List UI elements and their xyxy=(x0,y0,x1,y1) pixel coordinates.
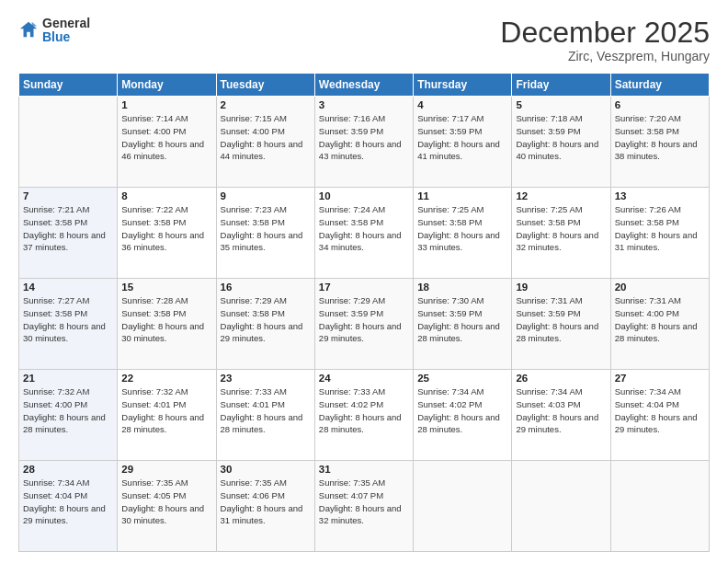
cell-day-number: 13 xyxy=(615,190,705,201)
calendar-week-3: 14Sunrise: 7:27 AMSunset: 3:58 PMDayligh… xyxy=(19,279,710,370)
sunrise-text: Sunrise: 7:21 AM xyxy=(23,204,89,214)
daylight-text: Daylight: 8 hours and 30 minutes. xyxy=(121,503,204,526)
sunrise-text: Sunrise: 7:23 AM xyxy=(221,204,287,214)
cell-day-number: 7 xyxy=(23,190,113,201)
calendar-cell: 21Sunrise: 7:32 AMSunset: 4:00 PMDayligh… xyxy=(19,370,118,461)
calendar-cell: 8Sunrise: 7:22 AMSunset: 3:58 PMDaylight… xyxy=(118,188,216,279)
sunrise-text: Sunrise: 7:31 AM xyxy=(516,295,582,305)
sunset-text: Sunset: 3:59 PM xyxy=(516,126,580,136)
cell-day-number: 28 xyxy=(23,464,113,475)
calendar-cell: 4Sunrise: 7:17 AMSunset: 3:59 PMDaylight… xyxy=(414,97,512,188)
cell-day-number: 12 xyxy=(516,190,606,201)
cell-info: Sunrise: 7:21 AMSunset: 3:58 PMDaylight:… xyxy=(23,203,113,254)
calendar-cell: 14Sunrise: 7:27 AMSunset: 3:58 PMDayligh… xyxy=(19,279,118,370)
cell-day-number: 2 xyxy=(221,99,311,110)
sunrise-text: Sunrise: 7:22 AM xyxy=(121,204,188,214)
calendar-cell: 27Sunrise: 7:34 AMSunset: 4:04 PMDayligh… xyxy=(610,370,709,461)
cell-info: Sunrise: 7:15 AMSunset: 4:00 PMDaylight:… xyxy=(221,112,311,163)
calendar-cell: 18Sunrise: 7:30 AMSunset: 3:59 PMDayligh… xyxy=(414,279,512,370)
sunset-text: Sunset: 4:01 PM xyxy=(221,399,285,409)
weekday-thursday: Thursday xyxy=(414,74,512,97)
calendar-cell xyxy=(19,97,118,188)
sunrise-text: Sunrise: 7:17 AM xyxy=(417,113,483,123)
calendar-cell: 19Sunrise: 7:31 AMSunset: 3:59 PMDayligh… xyxy=(512,279,610,370)
calendar-page: General Blue December 2025 Zirc, Veszpre… xyxy=(0,0,728,563)
calendar-cell: 12Sunrise: 7:25 AMSunset: 3:58 PMDayligh… xyxy=(512,188,610,279)
cell-info: Sunrise: 7:27 AMSunset: 3:58 PMDaylight:… xyxy=(23,294,113,345)
cell-day-number: 11 xyxy=(417,190,507,201)
cell-day-number: 9 xyxy=(221,190,311,201)
calendar-week-1: 1Sunrise: 7:14 AMSunset: 4:00 PMDaylight… xyxy=(19,97,710,188)
cell-day-number: 3 xyxy=(319,99,409,110)
sunrise-text: Sunrise: 7:25 AM xyxy=(417,204,483,214)
calendar-cell: 13Sunrise: 7:26 AMSunset: 3:58 PMDayligh… xyxy=(610,188,709,279)
daylight-text: Daylight: 8 hours and 29 minutes. xyxy=(319,321,402,344)
cell-info: Sunrise: 7:14 AMSunset: 4:00 PMDaylight:… xyxy=(121,112,211,163)
calendar-cell: 23Sunrise: 7:33 AMSunset: 4:01 PMDayligh… xyxy=(216,370,314,461)
daylight-text: Daylight: 8 hours and 33 minutes. xyxy=(417,230,500,253)
calendar-cell: 17Sunrise: 7:29 AMSunset: 3:59 PMDayligh… xyxy=(314,279,413,370)
weekday-wednesday: Wednesday xyxy=(314,74,413,97)
cell-info: Sunrise: 7:34 AMSunset: 4:03 PMDaylight:… xyxy=(516,385,606,436)
cell-info: Sunrise: 7:20 AMSunset: 3:58 PMDaylight:… xyxy=(615,112,705,163)
sunrise-text: Sunrise: 7:20 AM xyxy=(615,113,681,123)
sunset-text: Sunset: 4:02 PM xyxy=(417,399,482,409)
sunset-text: Sunset: 3:58 PM xyxy=(23,308,87,318)
sunset-text: Sunset: 3:59 PM xyxy=(319,308,383,318)
cell-day-number: 25 xyxy=(417,373,507,384)
cell-day-number: 23 xyxy=(221,373,311,384)
logo-blue: Blue xyxy=(42,29,70,44)
sunset-text: Sunset: 3:58 PM xyxy=(23,217,87,227)
daylight-text: Daylight: 8 hours and 29 minutes. xyxy=(615,412,698,435)
sunrise-text: Sunrise: 7:32 AM xyxy=(121,386,188,396)
sunset-text: Sunset: 3:58 PM xyxy=(417,217,482,227)
sunrise-text: Sunrise: 7:16 AM xyxy=(319,113,385,123)
calendar-cell: 15Sunrise: 7:28 AMSunset: 3:58 PMDayligh… xyxy=(118,279,216,370)
weekday-friday: Friday xyxy=(512,74,610,97)
location: Zirc, Veszprem, Hungary xyxy=(500,49,710,63)
sunset-text: Sunset: 4:00 PM xyxy=(23,399,87,409)
cell-info: Sunrise: 7:28 AMSunset: 3:58 PMDaylight:… xyxy=(121,294,211,345)
weekday-sunday: Sunday xyxy=(19,74,118,97)
title-block: December 2025 Zirc, Veszprem, Hungary xyxy=(500,17,710,63)
daylight-text: Daylight: 8 hours and 44 minutes. xyxy=(221,139,303,162)
sunset-text: Sunset: 3:59 PM xyxy=(516,308,580,318)
sunset-text: Sunset: 4:07 PM xyxy=(319,490,383,500)
month-year: December 2025 xyxy=(500,17,710,49)
calendar-cell xyxy=(610,461,709,552)
sunset-text: Sunset: 4:06 PM xyxy=(221,490,285,500)
cell-info: Sunrise: 7:31 AMSunset: 4:00 PMDaylight:… xyxy=(615,294,705,345)
weekday-header-row: SundayMondayTuesdayWednesdayThursdayFrid… xyxy=(19,74,710,97)
calendar-cell: 5Sunrise: 7:18 AMSunset: 3:59 PMDaylight… xyxy=(512,97,610,188)
cell-info: Sunrise: 7:33 AMSunset: 4:02 PMDaylight:… xyxy=(319,385,409,436)
daylight-text: Daylight: 8 hours and 31 minutes. xyxy=(615,230,698,253)
sunrise-text: Sunrise: 7:33 AM xyxy=(319,386,385,396)
sunset-text: Sunset: 4:04 PM xyxy=(23,490,87,500)
cell-info: Sunrise: 7:24 AMSunset: 3:58 PMDaylight:… xyxy=(319,203,409,254)
sunrise-text: Sunrise: 7:29 AM xyxy=(221,295,287,305)
cell-day-number: 30 xyxy=(221,464,311,475)
cell-info: Sunrise: 7:25 AMSunset: 3:58 PMDaylight:… xyxy=(516,203,606,254)
cell-info: Sunrise: 7:33 AMSunset: 4:01 PMDaylight:… xyxy=(221,385,311,436)
cell-day-number: 15 xyxy=(121,282,211,293)
daylight-text: Daylight: 8 hours and 40 minutes. xyxy=(516,139,598,162)
sunset-text: Sunset: 4:05 PM xyxy=(121,490,186,500)
sunset-text: Sunset: 3:58 PM xyxy=(121,217,186,227)
cell-info: Sunrise: 7:26 AMSunset: 3:58 PMDaylight:… xyxy=(615,203,705,254)
sunrise-text: Sunrise: 7:35 AM xyxy=(121,477,188,488)
sunset-text: Sunset: 4:03 PM xyxy=(516,399,580,409)
sunrise-text: Sunrise: 7:35 AM xyxy=(221,477,287,488)
calendar-cell: 25Sunrise: 7:34 AMSunset: 4:02 PMDayligh… xyxy=(414,370,512,461)
daylight-text: Daylight: 8 hours and 28 minutes. xyxy=(615,321,698,344)
cell-day-number: 5 xyxy=(516,99,606,110)
sunrise-text: Sunrise: 7:35 AM xyxy=(319,477,385,488)
daylight-text: Daylight: 8 hours and 29 minutes. xyxy=(221,321,303,344)
calendar-cell: 30Sunrise: 7:35 AMSunset: 4:06 PMDayligh… xyxy=(216,461,314,552)
logo-icon xyxy=(18,20,39,40)
daylight-text: Daylight: 8 hours and 29 minutes. xyxy=(516,412,598,435)
calendar-cell xyxy=(414,461,512,552)
sunrise-text: Sunrise: 7:32 AM xyxy=(23,386,89,396)
cell-day-number: 21 xyxy=(23,373,113,384)
weekday-tuesday: Tuesday xyxy=(216,74,314,97)
cell-day-number: 8 xyxy=(121,190,211,201)
